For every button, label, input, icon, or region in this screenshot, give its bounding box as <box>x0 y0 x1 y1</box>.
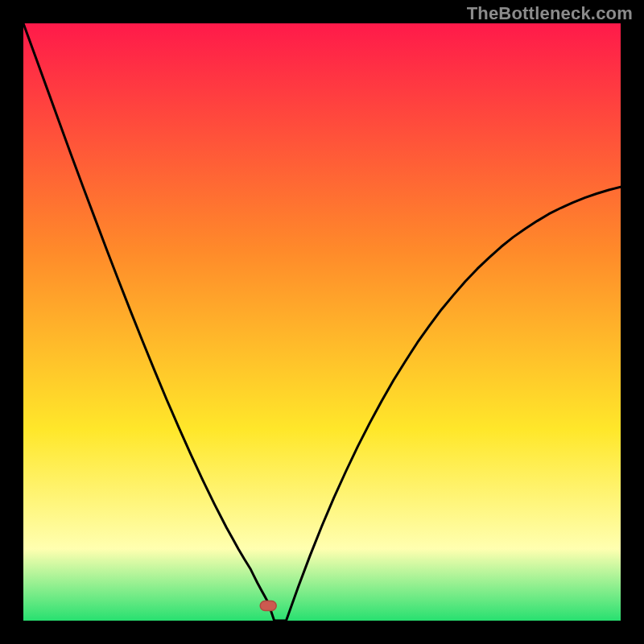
optimal-point-marker <box>260 601 276 610</box>
bottleneck-chart <box>23 23 621 621</box>
gradient-background <box>23 23 621 621</box>
chart-frame: TheBottleneck.com <box>0 0 644 644</box>
watermark-text: TheBottleneck.com <box>467 3 633 24</box>
